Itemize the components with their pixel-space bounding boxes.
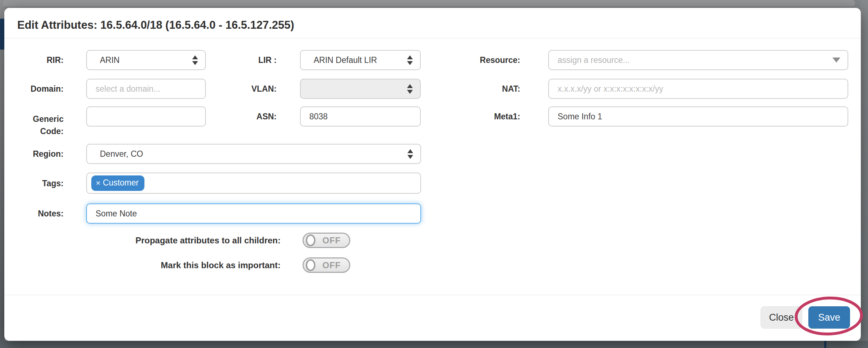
tag-remove-icon[interactable]: × (96, 179, 100, 187)
notes-label: Notes: (11, 203, 64, 224)
updown-caret-icon (407, 55, 413, 65)
tag-label: Customer (103, 178, 139, 188)
asn-input[interactable] (300, 106, 421, 127)
updown-caret-icon (192, 55, 198, 65)
footer-divider (4, 295, 861, 295)
resource-label: Resource: (450, 50, 520, 70)
lir-select-value: ARIN Default LIR (314, 55, 407, 65)
backdrop-right-strip (861, 0, 868, 342)
tags-field[interactable]: × Customer (86, 173, 421, 194)
nat-label: NAT: (450, 79, 520, 99)
backdrop-top-bar (3, 0, 855, 6)
lir-label: LIR : (220, 50, 277, 70)
modal-title: Edit Attributes: 16.5.64.0/18 (16.5.64.0… (17, 19, 294, 32)
rir-select[interactable]: ARIN (86, 50, 206, 70)
meta1-input[interactable] (548, 106, 848, 127)
region-label: Region: (11, 144, 64, 164)
important-toggle-state: OFF (315, 260, 349, 270)
rir-label: RIR: (11, 50, 64, 70)
vlan-select (300, 79, 421, 99)
asn-label: ASN: (220, 106, 277, 127)
updown-caret-icon (407, 149, 413, 159)
edit-attributes-modal: Edit Attributes: 16.5.64.0/18 (16.5.64.0… (4, 8, 861, 341)
updown-caret-icon (407, 84, 413, 94)
vlan-label: VLAN: (220, 79, 277, 99)
domain-input[interactable] (86, 79, 206, 99)
important-toggle[interactable]: OFF (303, 257, 350, 273)
region-select[interactable]: Denver, CO (86, 144, 421, 164)
resource-combobox[interactable]: assign a resource... (548, 50, 848, 70)
notes-input[interactable] (86, 203, 421, 224)
propagate-toggle-state: OFF (315, 235, 349, 246)
close-button[interactable]: Close (761, 306, 802, 329)
propagate-toggle[interactable]: OFF (303, 233, 350, 248)
header-divider (4, 38, 861, 38)
region-select-value: Denver, CO (100, 149, 407, 159)
toggle-knob-icon (306, 259, 315, 271)
backdrop-bottom-band (0, 341, 868, 348)
lir-select[interactable]: ARIN Default LIR (300, 50, 421, 70)
tag-customer[interactable]: × Customer (91, 175, 144, 191)
generic-code-label: Generic Code: (20, 113, 64, 137)
toggle-knob-icon (306, 234, 315, 246)
save-button[interactable]: Save (808, 306, 850, 329)
nat-input[interactable] (548, 79, 848, 99)
important-toggle-label: Mark this block as important: (87, 257, 281, 273)
tags-label: Tags: (11, 173, 64, 193)
domain-label: Domain: (11, 79, 64, 99)
propagate-toggle-label: Propagate attributes to all children: (87, 233, 281, 248)
resource-placeholder: assign a resource... (558, 55, 832, 65)
rir-select-value: ARIN (100, 55, 192, 65)
generic-code-input[interactable] (86, 106, 206, 127)
meta1-label: Meta1: (450, 106, 520, 127)
dropdown-caret-icon (832, 58, 840, 63)
